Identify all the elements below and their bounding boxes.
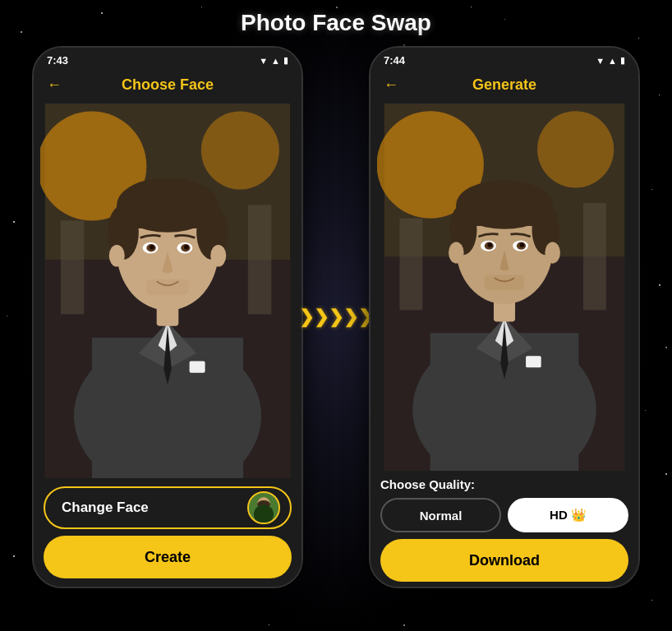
right-person-svg: [377, 104, 632, 471]
svg-point-59: [449, 242, 464, 264]
svg-rect-38: [399, 219, 422, 311]
right-back-arrow[interactable]: ←: [384, 76, 398, 94]
download-label: Download: [469, 552, 540, 569]
create-label: Create: [145, 549, 191, 565]
svg-rect-5: [248, 205, 272, 315]
svg-point-25: [109, 245, 125, 267]
left-person-image-container: [40, 104, 295, 478]
svg-point-23: [150, 245, 154, 250]
phones-container: 7:43 ▼ ▲ ▮ ← Choose Face: [32, 46, 640, 588]
hd-label: HD 👑: [550, 508, 587, 522]
svg-point-33: [265, 502, 269, 505]
arrow-container: ❯ ❯ ❯ ❯ ❯: [303, 306, 369, 328]
right-status-time: 7:44: [384, 54, 405, 67]
left-phone-bottom: Change Face Create: [34, 478, 301, 587]
right-header-title: Generate: [472, 76, 536, 94]
left-status-bar: 7:43 ▼ ▲ ▮: [34, 48, 301, 70]
hd-quality-button[interactable]: HD 👑: [508, 498, 628, 532]
battery-icon: ▮: [283, 55, 288, 66]
right-phone-header: ← Generate: [371, 70, 638, 104]
svg-point-58: [520, 242, 525, 247]
left-back-arrow[interactable]: ←: [47, 76, 62, 94]
face-thumbnail: [247, 491, 280, 524]
normal-label: Normal: [420, 509, 463, 523]
svg-point-2: [201, 112, 279, 190]
choose-quality-section: Choose Quality: Normal HD 👑 Download: [371, 471, 638, 587]
download-button[interactable]: Download: [380, 539, 628, 582]
svg-rect-4: [61, 221, 85, 315]
svg-rect-46: [526, 356, 541, 367]
svg-point-24: [184, 245, 189, 250]
arrow-chevron-1: ❯: [299, 306, 314, 328]
svg-point-26: [210, 245, 226, 267]
right-signal-icon: ▼: [596, 56, 605, 66]
change-face-button[interactable]: Change Face: [44, 486, 292, 529]
wifi-icon: ▲: [271, 56, 280, 66]
create-button[interactable]: Create: [44, 536, 292, 578]
left-phone-header: ← Choose Face: [34, 70, 301, 104]
left-phone: 7:43 ▼ ▲ ▮ ← Choose Face: [32, 46, 303, 588]
right-person-image-container: [377, 104, 632, 471]
left-header-title: Choose Face: [122, 76, 214, 94]
arrow-chevron-2: ❯: [314, 306, 329, 328]
thumbnail-svg: [249, 493, 278, 523]
quality-buttons: Normal HD 👑: [380, 498, 628, 532]
right-status-bar: 7:44 ▼ ▲ ▮: [371, 48, 638, 70]
svg-rect-12: [190, 362, 205, 373]
app-title: Photo Face Swap: [241, 10, 431, 36]
choose-quality-label: Choose Quality:: [380, 477, 628, 491]
arrow-chevron-4: ❯: [343, 306, 358, 328]
svg-point-60: [545, 242, 560, 264]
arrows: ❯ ❯ ❯ ❯ ❯: [299, 306, 373, 328]
change-face-label: Change Face: [62, 500, 149, 516]
svg-rect-39: [583, 203, 606, 310]
svg-point-57: [488, 242, 493, 247]
right-status-icons: ▼ ▲ ▮: [596, 55, 625, 66]
normal-quality-button[interactable]: Normal: [380, 498, 501, 532]
svg-rect-61: [485, 275, 524, 291]
left-status-icons: ▼ ▲ ▮: [259, 55, 288, 66]
svg-rect-27: [146, 279, 188, 295]
right-phone: 7:44 ▼ ▲ ▮ ← Generate: [369, 46, 640, 588]
arrow-chevron-3: ❯: [329, 306, 343, 328]
right-battery-icon: ▮: [620, 55, 625, 66]
right-wifi-icon: ▲: [608, 56, 617, 66]
svg-point-36: [537, 111, 614, 187]
signal-icon: ▼: [259, 56, 268, 66]
svg-point-32: [259, 502, 262, 505]
left-person-svg: [40, 104, 295, 478]
left-status-time: 7:43: [47, 54, 68, 67]
